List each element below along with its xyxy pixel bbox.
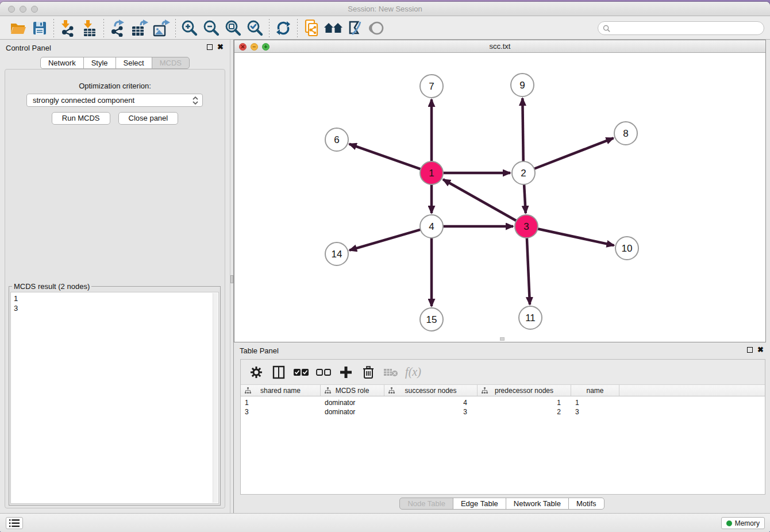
graph-edge-3-1[interactable] [443,179,517,221]
network-canvas[interactable]: 7968124314101511 [234,53,765,342]
zoom-selected-button[interactable] [244,19,266,37]
control-panel-close-button[interactable]: ✖ [217,43,224,51]
graph-node-14[interactable]: 14 [325,242,348,265]
task-history-button[interactable] [6,517,23,529]
control-panel-float-button[interactable] [207,44,213,52]
home-button[interactable] [322,19,344,37]
cell-shared-name[interactable]: 3 [241,407,321,417]
main-area: Control Panel ✖ Network Style Select MCD… [0,40,770,513]
svg-text:10: 10 [622,243,633,254]
svg-text:9: 9 [519,80,525,91]
graph-node-3[interactable]: 3 [515,215,538,238]
column-header-mcds-role[interactable]: MCDS role [321,385,384,396]
save-session-button[interactable] [29,19,51,37]
graph-node-10[interactable]: 10 [615,237,638,260]
memory-button[interactable]: Memory [721,517,765,529]
cell-successor-nodes[interactable]: 3 [384,407,478,417]
toolbar-separator [103,19,104,37]
cell-mcds-role[interactable]: dominator [321,398,384,407]
cell-predecessor-nodes[interactable]: 1 [478,398,571,407]
mcds-result-textarea[interactable]: 1 3 [10,292,219,504]
cell-mcds-role[interactable]: dominator [321,407,384,417]
export-network-button[interactable] [107,19,129,37]
table-settings-button[interactable] [248,364,265,381]
graph-edge-2-8[interactable] [534,138,614,168]
function-builder-button[interactable]: f(x) [405,364,422,381]
list-icon [9,519,20,527]
zoom-out-button[interactable] [201,19,222,37]
zoom-fit-button[interactable] [222,19,244,37]
result-scrollbar[interactable] [213,293,218,503]
graph-node-11[interactable]: 11 [519,306,542,329]
label-visibility-button[interactable] [344,19,366,37]
open-session-button[interactable] [7,19,29,37]
graph-node-15[interactable]: 15 [420,308,443,331]
save-icon [32,20,48,36]
zoom-in-button[interactable] [179,19,201,37]
graph-node-4[interactable]: 4 [420,215,443,238]
graph-edge-1-6[interactable] [349,144,421,169]
search-input[interactable] [610,22,764,34]
cell-successor-nodes[interactable]: 4 [384,398,478,407]
selected-criterion: strongly connected component [33,96,134,105]
cell-shared-name[interactable]: 1 [241,398,321,407]
add-row-button[interactable] [337,364,355,381]
table-row[interactable]: 1 dominator 4 1 1 [241,398,765,407]
tab-edge-table[interactable]: Edge Table [453,498,506,510]
split-grip-handle[interactable] [230,275,233,283]
tab-motifs[interactable]: Motifs [568,498,605,510]
tab-network[interactable]: Network [40,57,84,69]
columns-icon [272,365,285,379]
graph-edge-4-14[interactable] [349,230,421,250]
graph-edge-2-3[interactable] [524,184,526,213]
column-header-predecessor-nodes[interactable]: predecessor nodes [478,385,571,396]
tab-style[interactable]: Style [83,57,116,69]
column-header-shared-name[interactable]: shared name [241,385,321,396]
clone-network-button[interactable] [301,19,322,37]
application-window: Session: New Session [0,2,770,532]
cell-name[interactable]: 1 [571,398,619,407]
table-row[interactable]: 3 dominator 3 2 3 [241,407,765,417]
export-image-button[interactable] [151,19,172,37]
graph-edge-3-11[interactable] [527,238,530,304]
import-network-button[interactable] [57,19,79,37]
column-header-name[interactable]: name [571,385,619,396]
table-panel-float-button[interactable] [747,346,753,354]
tab-mcds[interactable]: MCDS [152,57,190,69]
graph-node-9[interactable]: 9 [511,74,534,97]
graph-edge-2-9[interactable] [522,98,523,161]
svg-text:11: 11 [525,313,536,323]
hierarchy-icon [388,387,395,394]
split-divider[interactable] [230,40,234,513]
tab-network-table[interactable]: Network Table [506,498,569,510]
graph-node-2[interactable]: 2 [512,161,535,184]
close-panel-button[interactable]: Close panel [118,112,179,125]
canvas-scroll-grip[interactable] [500,337,505,341]
optimization-criterion-select[interactable]: strongly connected component [26,94,203,107]
run-mcds-button[interactable]: Run MCDS [52,112,110,125]
graph-edge-3-10[interactable] [538,229,614,245]
import-table-button[interactable] [79,19,101,37]
table-panel-close-button[interactable]: ✖ [757,345,764,354]
graph-node-8[interactable]: 8 [614,122,637,145]
refresh-view-button[interactable] [272,19,294,37]
export-table-button[interactable] [129,19,151,37]
delete-table-button[interactable] [382,364,399,381]
tab-node-table[interactable]: Node Table [399,498,453,510]
column-visibility-button[interactable] [270,364,287,381]
tab-select[interactable]: Select [116,57,152,69]
search-field[interactable] [598,21,764,35]
graph-node-7[interactable]: 7 [420,75,443,98]
network-graph: 7968124314101511 [234,53,765,342]
deselect-all-rows-button[interactable] [315,364,332,381]
select-all-rows-button[interactable] [292,364,310,381]
delete-row-button[interactable] [360,364,377,381]
cell-name[interactable]: 3 [571,407,619,417]
cell-predecessor-nodes[interactable]: 2 [478,407,571,417]
eye-icon [369,20,385,36]
show-hide-details-button[interactable] [366,19,388,37]
graph-node-6[interactable]: 6 [325,128,348,151]
graph-node-1[interactable]: 1 [420,161,443,184]
column-header-successor-nodes[interactable]: successor nodes [384,385,478,396]
table-panel-title: Table Panel [240,346,279,355]
